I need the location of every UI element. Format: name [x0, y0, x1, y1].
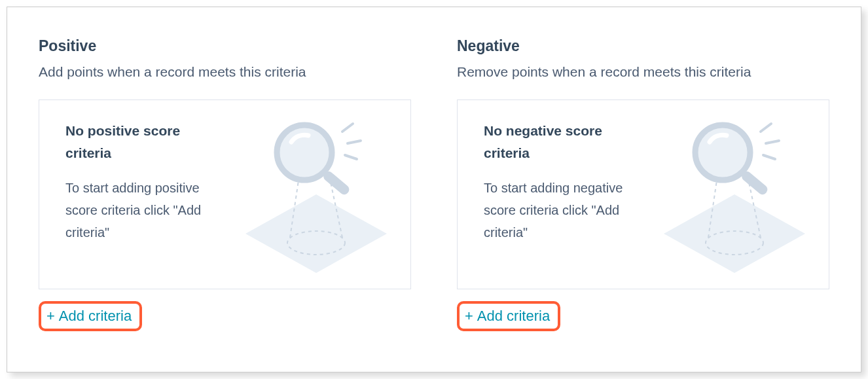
negative-card-desc: To start adding negative score criteria …	[484, 177, 647, 244]
add-negative-label: Add criteria	[477, 308, 550, 325]
svg-rect-5	[321, 170, 351, 196]
magnifier-illustration-icon	[231, 109, 401, 280]
magnifier-illustration-icon	[649, 109, 820, 280]
svg-line-15	[761, 124, 771, 132]
positive-card-heading: No positive score criteria	[65, 120, 229, 164]
positive-card-text: No positive score criteria To start addi…	[65, 120, 229, 265]
svg-line-17	[763, 155, 775, 159]
add-positive-criteria-button[interactable]: + Add criteria	[39, 301, 142, 331]
svg-line-7	[348, 141, 361, 143]
positive-title: Positive	[39, 37, 411, 55]
negative-subtitle: Remove points when a record meets this c…	[457, 64, 829, 80]
positive-subtitle: Add points when a record meets this crit…	[39, 64, 411, 80]
svg-line-6	[342, 124, 353, 132]
negative-card-heading: No negative score criteria	[484, 120, 647, 164]
negative-column: Negative Remove points when a record mee…	[457, 37, 829, 352]
plus-icon: +	[465, 308, 473, 325]
scoring-panel: Positive Add points when a record meets …	[7, 7, 861, 372]
add-negative-criteria-button[interactable]: + Add criteria	[457, 301, 560, 331]
svg-rect-14	[740, 170, 769, 196]
svg-marker-0	[245, 194, 387, 273]
positive-empty-card: No positive score criteria To start addi…	[39, 99, 411, 289]
add-positive-label: Add criteria	[59, 308, 132, 325]
svg-line-8	[345, 155, 357, 159]
positive-column: Positive Add points when a record meets …	[39, 37, 411, 352]
plus-icon: +	[46, 308, 55, 325]
svg-line-16	[766, 141, 779, 143]
positive-card-desc: To start adding positive score criteria …	[65, 177, 229, 244]
negative-empty-card: No negative score criteria To start addi…	[457, 99, 829, 289]
negative-title: Negative	[457, 37, 829, 55]
negative-card-text: No negative score criteria To start addi…	[484, 120, 647, 265]
svg-marker-9	[664, 194, 805, 273]
